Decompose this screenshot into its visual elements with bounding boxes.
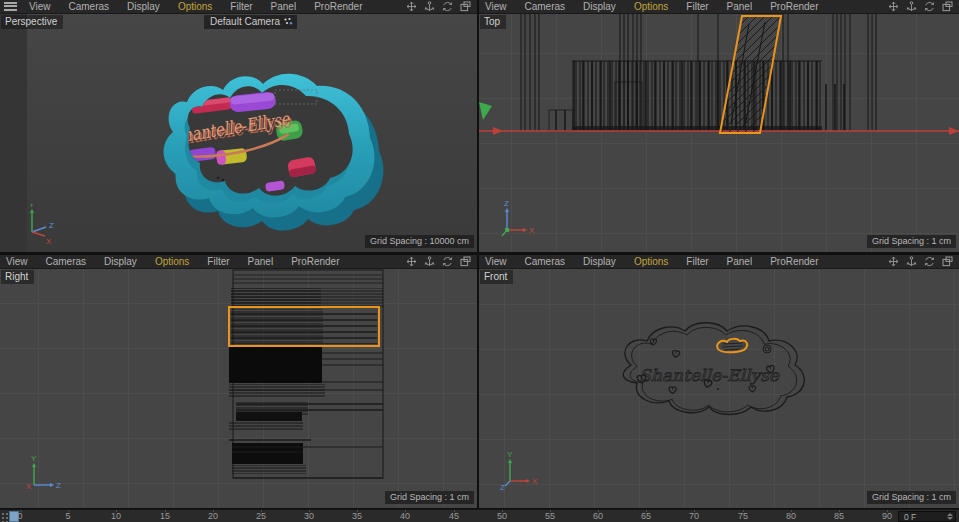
perspective-canvas[interactable]: Perspective Default Camera [0,14,477,252]
camera-label[interactable]: Default Camera [204,15,297,29]
viewport-perspective[interactable]: View Cameras Display Options Filter Pane… [0,0,477,252]
menu-item-display[interactable]: Display [118,0,169,13]
grid-spacing-label: Grid Spacing : 1 cm [867,235,956,248]
front-canvas[interactable]: Front Shantelle-Ellyse [479,269,959,508]
menu-item-display[interactable]: Display [95,255,146,268]
timeline-tick: 45 [449,511,459,521]
dolly-icon[interactable] [906,1,917,12]
viewport-menubar: View Cameras Display Options Filter Pane… [0,255,477,269]
menu-item-cameras[interactable]: Cameras [516,255,575,268]
timeline-tick: 35 [352,511,362,521]
horizontal-splitter[interactable] [0,252,959,255]
grid-spacing-label: Grid Spacing : 10000 cm [365,235,474,248]
menu-item-view[interactable]: View [0,255,37,268]
menu-item-cameras[interactable]: Cameras [37,255,96,268]
menu-item-display[interactable]: Display [574,0,625,13]
axis-gizmo-perspective: Y Z X [20,204,62,244]
viewport-front[interactable]: View Cameras Display Options Filter Pane… [479,255,959,508]
menu-item-filter[interactable]: Filter [677,0,717,13]
timeline-tick: 50 [497,511,507,521]
svg-text:X: X [529,226,535,235]
timeline-tick: 90 [882,511,892,521]
menu-item-cameras[interactable]: Cameras [516,0,575,13]
rotate-icon[interactable] [442,1,453,12]
timeline-tick: 70 [689,511,699,521]
top-wireframe: Z X [479,14,959,252]
menu-item-panel[interactable]: Panel [262,0,306,13]
menu-item-filter[interactable]: Filter [677,255,717,268]
timeline-tick: 25 [256,511,266,521]
viewport-menubar: View Cameras Display Options Filter Pane… [479,255,959,269]
dolly-icon[interactable] [424,256,435,267]
menu-item-panel[interactable]: Panel [718,255,762,268]
menu-item-prorender[interactable]: ProRender [761,255,827,268]
timeline-ruler[interactable]: 0 5 10 15 20 25 30 35 40 45 50 55 60 65 … [0,509,959,522]
viewport-top[interactable]: View Cameras Display Options Filter Pane… [479,0,959,252]
selected-object-outline[interactable] [717,339,747,352]
svg-text:X: X [532,477,538,486]
axis-gizmo-front: Y X Z [500,450,538,492]
timeline-tick: 20 [208,511,218,521]
grid-spacing-label: Grid Spacing : 1 cm [867,491,956,504]
menu-item-prorender[interactable]: ProRender [282,255,348,268]
menu-item-filter[interactable]: Filter [198,255,238,268]
dolly-icon[interactable] [906,256,917,267]
camera-label-text: Default Camera [210,16,280,27]
menu-item-panel[interactable]: Panel [239,255,283,268]
menu-item-panel[interactable]: Panel [718,0,762,13]
frame-spinner[interactable] [947,513,953,520]
hamburger-menu-icon[interactable] [4,2,17,11]
viewport-menubar: View Cameras Display Options Filter Pane… [0,0,477,14]
current-frame-field[interactable]: 0 F [898,511,956,522]
rotate-icon[interactable] [924,1,935,12]
menu-item-options[interactable]: Options [625,255,677,268]
svg-text:Z: Z [49,221,54,230]
timeline-tick: 30 [304,511,314,521]
timeline-tick: 5 [65,511,70,521]
timeline-tick: 15 [160,511,170,521]
perspective-scene-model: Shantelle-Ellyse Shantelle-Ellyse [113,60,395,246]
pan-icon[interactable] [888,256,899,267]
timeline-tick: 60 [593,511,603,521]
menu-item-display[interactable]: Display [574,255,625,268]
right-wireframe: Y Z X [0,269,477,508]
svg-text:Y: Y [29,204,35,209]
timeline-tick: 55 [545,511,555,521]
rotate-icon[interactable] [442,256,453,267]
menu-item-options[interactable]: Options [625,0,677,13]
menu-item-prorender[interactable]: ProRender [305,0,371,13]
menu-item-prorender[interactable]: ProRender [761,0,827,13]
toggle-viewport-icon[interactable] [942,256,953,267]
cutter-name-text: Shantelle-Ellyse [639,366,781,385]
viewport-right[interactable]: View Cameras Display Options Filter Pane… [0,255,477,508]
dolly-icon[interactable] [424,1,435,12]
svg-text:Y: Y [507,450,513,459]
wire-band [549,61,852,131]
rotate-icon[interactable] [924,256,935,267]
camera-icon [283,17,293,26]
pan-icon[interactable] [406,1,417,12]
svg-text:X: X [46,237,52,244]
toggle-viewport-icon[interactable] [460,256,471,267]
pan-icon[interactable] [888,1,899,12]
menu-item-cameras[interactable]: Cameras [60,0,119,13]
toggle-viewport-icon[interactable] [460,1,471,12]
timeline-tick: 10 [111,511,121,521]
menu-item-view[interactable]: View [479,0,516,13]
menu-item-options[interactable]: Options [169,0,221,13]
menu-item-options[interactable]: Options [146,255,198,268]
menu-item-view[interactable]: View [479,255,516,268]
axis-gizmo-right: Y Z X [26,454,61,491]
toggle-viewport-icon[interactable] [942,1,953,12]
timeline-tick: 85 [834,511,844,521]
menu-item-view[interactable]: View [20,0,60,13]
timeline-tick: 75 [738,511,748,521]
right-canvas[interactable]: Right [0,269,477,508]
svg-text:X: X [26,482,32,491]
pan-icon[interactable] [406,256,417,267]
viewport-label: Perspective [1,15,63,29]
current-frame-value: 0 F [904,512,916,522]
timeline-tick: 80 [786,511,796,521]
menu-item-filter[interactable]: Filter [221,0,261,13]
top-canvas[interactable]: Top [479,14,959,252]
